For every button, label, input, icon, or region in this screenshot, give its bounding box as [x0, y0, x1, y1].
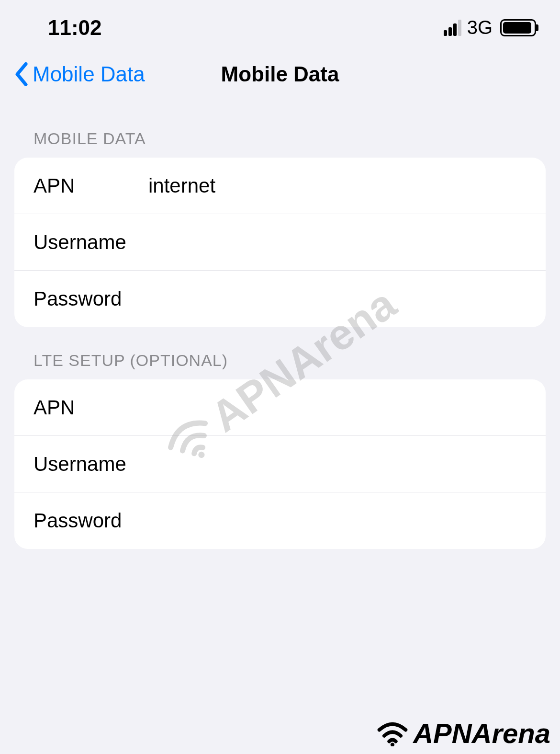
chevron-left-icon: [14, 62, 29, 86]
lte-apn-label: APN: [34, 396, 148, 419]
username-label: Username: [34, 231, 148, 254]
lte-username-label: Username: [34, 453, 148, 476]
page-title: Mobile Data: [221, 62, 339, 86]
back-button[interactable]: Mobile Data: [14, 62, 145, 86]
status-bar: 11:02 3G: [0, 0, 560, 48]
password-row[interactable]: Password: [14, 271, 546, 327]
network-type: 3G: [467, 17, 493, 38]
lte-password-row[interactable]: Password: [14, 492, 546, 549]
lte-password-input[interactable]: [148, 509, 526, 532]
battery-icon: [500, 19, 536, 36]
section-header-lte-setup: LTE SETUP (OPTIONAL): [14, 327, 546, 379]
status-indicators: 3G: [444, 17, 536, 38]
password-label: Password: [34, 287, 148, 310]
section-header-mobile-data: MOBILE DATA: [14, 105, 546, 158]
lte-apn-row[interactable]: APN: [14, 379, 546, 436]
password-input[interactable]: [148, 287, 526, 310]
watermark-bottom: APNArena: [376, 717, 550, 749]
apn-label: APN: [34, 174, 148, 197]
status-time: 11:02: [48, 16, 102, 40]
username-input[interactable]: [148, 231, 526, 254]
mobile-data-section: APN Username Password: [14, 158, 546, 327]
lte-username-row[interactable]: Username: [14, 436, 546, 492]
signal-icon: [444, 20, 461, 36]
content-area: MOBILE DATA APN Username Password LTE SE…: [0, 105, 560, 549]
watermark-bottom-text: APNArena: [413, 717, 550, 749]
lte-password-label: Password: [34, 509, 148, 532]
wifi-icon: [376, 720, 409, 746]
back-label: Mobile Data: [33, 62, 145, 86]
lte-username-input[interactable]: [148, 453, 526, 476]
svg-point-1: [391, 743, 394, 746]
lte-apn-input[interactable]: [148, 396, 526, 419]
navigation-bar: Mobile Data Mobile Data: [0, 48, 560, 105]
apn-input[interactable]: [148, 174, 526, 197]
lte-setup-section: APN Username Password: [14, 379, 546, 549]
apn-row[interactable]: APN: [14, 158, 546, 214]
username-row[interactable]: Username: [14, 214, 546, 271]
